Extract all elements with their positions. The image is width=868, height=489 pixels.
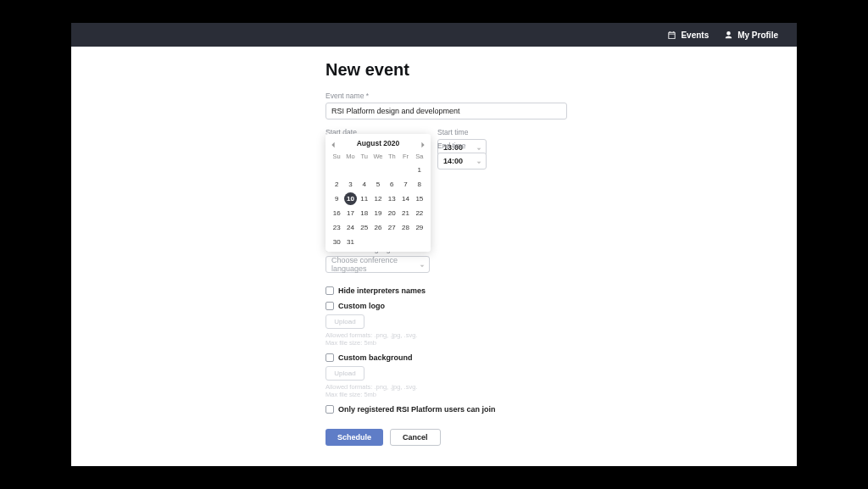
datepicker-day[interactable]: 26	[371, 221, 384, 234]
datepicker-day[interactable]: 9	[331, 192, 343, 205]
datepicker-day[interactable]: 27	[386, 221, 398, 234]
datepicker-dow: We	[371, 151, 385, 162]
only-registered-checkbox[interactable]	[326, 405, 334, 414]
bg-hint: Allowed formats: .png, .jpg, .svg.Max fi…	[326, 383, 580, 398]
datepicker-dow: Mo	[343, 151, 357, 162]
datepicker-prev[interactable]	[330, 140, 337, 147]
calendar-icon	[667, 31, 676, 40]
hide-interpreters-label: Hide interpreters names	[338, 286, 426, 295]
datepicker-day[interactable]: 2	[331, 178, 343, 191]
datepicker-day[interactable]: 28	[399, 221, 412, 234]
datepicker-day[interactable]: 22	[413, 207, 426, 219]
datepicker-day[interactable]: 6	[386, 178, 398, 191]
event-name-input[interactable]: RSI Platform design and development	[326, 103, 567, 119]
datepicker-day[interactable]: 10	[344, 192, 357, 205]
datepicker-day[interactable]: 19	[371, 207, 384, 219]
schedule-button[interactable]: Schedule	[326, 429, 383, 446]
custom-logo-checkbox[interactable]	[326, 302, 334, 310]
nav-profile-label: My Profile	[737, 31, 778, 40]
nav-profile[interactable]: My Profile	[724, 31, 778, 40]
datepicker-next[interactable]	[420, 140, 426, 147]
datepicker-day[interactable]: 7	[399, 178, 412, 191]
cancel-button[interactable]: Cancel	[390, 429, 441, 446]
datepicker-day[interactable]: 18	[358, 207, 370, 219]
upload-bg-button[interactable]: Upload	[326, 366, 364, 381]
datepicker-day[interactable]: 20	[386, 207, 398, 219]
only-registered-label: Only registered RSI Platform users can j…	[338, 405, 496, 414]
custom-bg-label: Custom background	[338, 353, 413, 362]
datepicker-day[interactable]: 11	[358, 192, 370, 205]
end-time-label: End time	[437, 142, 487, 150]
datepicker: August 2020 SuMoTuWeThFrSa......12345678…	[326, 134, 431, 252]
datepicker-day[interactable]: 16	[331, 207, 343, 219]
datepicker-day[interactable]: 15	[413, 192, 426, 205]
datepicker-day[interactable]: 29	[413, 221, 426, 234]
conf-lang-select[interactable]: Choose conference languages	[326, 256, 430, 273]
datepicker-dow: Th	[385, 151, 398, 162]
datepicker-day[interactable]: 31	[344, 236, 357, 248]
custom-bg-checkbox[interactable]	[326, 353, 334, 362]
datepicker-day[interactable]: 13	[386, 192, 398, 205]
datepicker-day[interactable]: 21	[399, 207, 412, 219]
datepicker-day[interactable]: 1	[413, 164, 426, 176]
datepicker-day[interactable]: 8	[413, 178, 426, 191]
hide-interpreters-checkbox[interactable]	[326, 286, 334, 295]
event-name-label: Event name *	[326, 92, 580, 100]
datepicker-dow: Tu	[358, 151, 371, 162]
datepicker-month: August 2020	[357, 139, 400, 147]
datepicker-day[interactable]: 14	[399, 192, 412, 205]
datepicker-day[interactable]: 30	[331, 236, 343, 248]
datepicker-day[interactable]: 3	[344, 178, 357, 191]
upload-logo-button[interactable]: Upload	[326, 314, 364, 329]
logo-hint: Allowed formats: .png, .jpg, .svg.Max fi…	[326, 331, 580, 347]
page-title: New event	[326, 60, 580, 80]
datepicker-day[interactable]: 17	[344, 207, 357, 219]
user-icon	[724, 31, 733, 40]
datepicker-day[interactable]: 24	[344, 221, 357, 234]
topbar: Events My Profile	[71, 23, 797, 47]
datepicker-dow: Fr	[398, 151, 412, 162]
nav-events-label: Events	[681, 31, 709, 40]
custom-logo-label: Custom logo	[338, 302, 385, 310]
nav-events[interactable]: Events	[667, 31, 709, 40]
datepicker-day[interactable]: 23	[331, 221, 343, 234]
start-time-label: Start time	[437, 128, 487, 136]
datepicker-day[interactable]: 25	[358, 221, 370, 234]
chevron-down-icon	[476, 158, 481, 164]
datepicker-day[interactable]: 4	[358, 178, 370, 191]
datepicker-day[interactable]: 5	[371, 178, 384, 191]
end-time-input[interactable]: 14:00	[437, 153, 487, 169]
datepicker-dow: Su	[330, 151, 343, 162]
datepicker-day[interactable]: 12	[371, 192, 384, 205]
chevron-down-icon	[420, 262, 425, 267]
datepicker-dow: Sa	[413, 151, 426, 162]
